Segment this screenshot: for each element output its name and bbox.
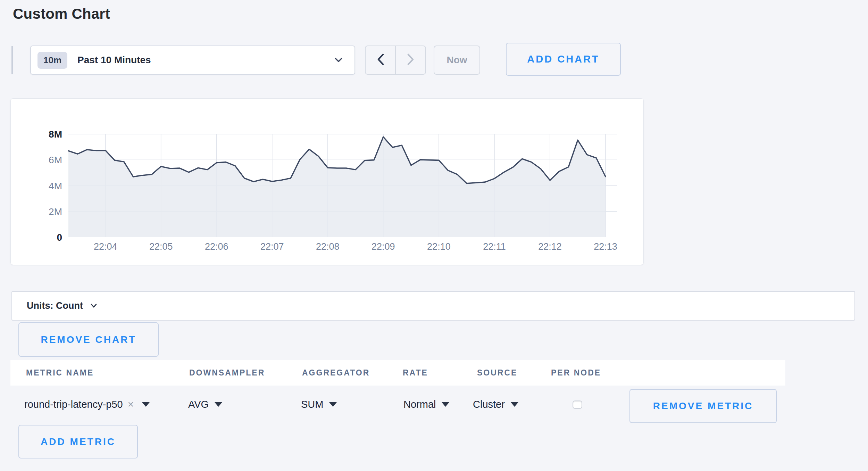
time-series-chart[interactable]: 02M4M6M8M22:0422:0522:0622:0722:0822:092… bbox=[11, 99, 643, 265]
chevron-right-icon bbox=[407, 53, 415, 67]
source-value: Cluster bbox=[473, 399, 505, 410]
caret-down-icon bbox=[511, 402, 518, 407]
rate-dropdown[interactable]: Normal bbox=[403, 386, 449, 423]
time-window-arrows bbox=[365, 46, 426, 75]
col-header-rate: RATE bbox=[403, 360, 428, 386]
y-axis-tick-label: 4M bbox=[49, 181, 62, 191]
caret-down-icon bbox=[329, 402, 337, 407]
col-header-metric-name: METRIC NAME bbox=[26, 360, 94, 386]
y-axis-tick-label: 2M bbox=[49, 206, 62, 217]
units-label: Units: Count bbox=[27, 300, 83, 311]
source-dropdown[interactable]: Cluster bbox=[473, 386, 518, 423]
downsampler-dropdown[interactable]: AVG bbox=[188, 386, 222, 423]
aggregator-value: SUM bbox=[301, 399, 323, 410]
chevron-down-icon bbox=[91, 304, 97, 308]
caret-down-icon bbox=[142, 402, 150, 407]
x-axis-tick-label: 22:09 bbox=[372, 241, 395, 252]
toolbar-divider bbox=[11, 46, 13, 74]
col-header-per-node: PER NODE bbox=[551, 360, 601, 386]
x-axis-tick-label: 22:05 bbox=[149, 241, 173, 252]
y-axis-tick-label: 8M bbox=[49, 129, 62, 140]
caret-down-icon bbox=[442, 402, 449, 407]
page-title: Custom Chart bbox=[13, 6, 110, 22]
time-range-dropdown[interactable]: 10m Past 10 Minutes bbox=[30, 46, 355, 75]
metric-name-value: round-trip-latency-p50 bbox=[24, 399, 123, 410]
y-axis-tick-label: 6M bbox=[49, 155, 62, 165]
remove-chart-button[interactable]: REMOVE CHART bbox=[18, 322, 159, 357]
prev-time-window-button[interactable] bbox=[366, 46, 396, 74]
series-area-fill bbox=[68, 137, 606, 237]
units-dropdown[interactable]: Units: Count bbox=[11, 291, 855, 321]
chevron-left-icon bbox=[377, 53, 384, 67]
x-axis-tick-label: 22:08 bbox=[316, 241, 340, 252]
x-axis-tick-label: 22:12 bbox=[538, 241, 562, 252]
x-axis-tick-label: 22:06 bbox=[205, 241, 228, 252]
x-axis-tick-label: 22:04 bbox=[94, 241, 117, 252]
add-metric-button[interactable]: ADD METRIC bbox=[18, 425, 138, 458]
add-chart-button[interactable]: ADD CHART bbox=[506, 43, 621, 76]
custom-chart-page: Custom Chart 10m Past 10 Minutes Now ADD… bbox=[0, 0, 868, 471]
caret-down-icon bbox=[215, 402, 222, 407]
chevron-down-icon bbox=[334, 57, 343, 63]
x-axis-tick-label: 22:13 bbox=[594, 241, 617, 252]
time-range-label: Past 10 Minutes bbox=[77, 55, 151, 66]
col-header-downsampler: DOWNSAMPLER bbox=[189, 360, 265, 386]
time-scale-badge: 10m bbox=[37, 52, 67, 69]
col-header-source: SOURCE bbox=[477, 360, 517, 386]
now-button[interactable]: Now bbox=[434, 46, 480, 75]
per-node-checkbox[interactable] bbox=[573, 400, 582, 409]
chart-card: 02M4M6M8M22:0422:0522:0622:0722:0822:092… bbox=[10, 98, 644, 265]
remove-metric-button[interactable]: REMOVE METRIC bbox=[629, 389, 777, 423]
x-axis-tick-label: 22:11 bbox=[483, 241, 506, 252]
remove-tag-x-icon[interactable]: × bbox=[128, 398, 134, 410]
y-axis-tick-label: 0 bbox=[57, 232, 62, 243]
next-time-window-button[interactable] bbox=[396, 46, 425, 74]
rate-value: Normal bbox=[403, 399, 436, 410]
col-header-aggregator: AGGREGATOR bbox=[302, 360, 370, 386]
aggregator-dropdown[interactable]: SUM bbox=[301, 386, 337, 423]
x-axis-tick-label: 22:10 bbox=[427, 241, 451, 252]
metrics-table-header: METRIC NAME DOWNSAMPLER AGGREGATOR RATE … bbox=[10, 360, 785, 386]
metric-name-dropdown[interactable]: round-trip-latency-p50 × bbox=[24, 386, 150, 423]
downsampler-value: AVG bbox=[188, 399, 209, 410]
x-axis-tick-label: 22:07 bbox=[260, 241, 284, 252]
